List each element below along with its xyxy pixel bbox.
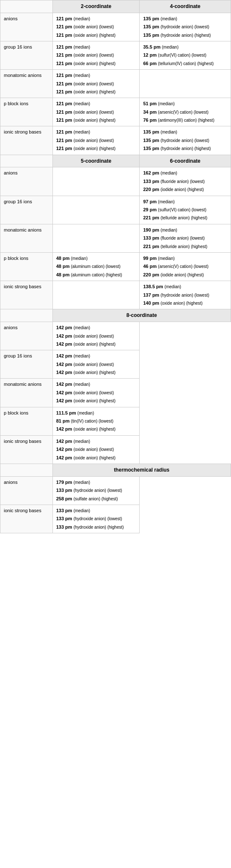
table-row: ionic strong bases 133 pm (median) 133 p…: [0, 505, 231, 533]
pm-value: 135 pm: [143, 33, 159, 38]
table-row: ionic strong bases 138.5 pm (median) 137…: [0, 281, 231, 309]
table-row: anions 162 pm (median) 133 pm (fluoride …: [0, 167, 231, 196]
pm-value: 221 pm: [143, 244, 159, 249]
cell-entry: 138.5 pm (median): [143, 284, 227, 290]
pm-value: 142 pm: [56, 447, 72, 452]
pm-tag: (aluminum cation) (lowest): [71, 264, 121, 269]
pm-tag: (oxide anion) (highest): [74, 370, 116, 375]
table-row: anions 121 pm (median) 121 pm (oxide ani…: [0, 13, 231, 41]
cell-entry: 12 pm (sulfur(VI) cation) (lowest): [143, 52, 227, 58]
pm-tag: (oxide anion) (highest): [74, 118, 116, 123]
cell-entry: 121 pm (oxide anion) (lowest): [56, 24, 136, 30]
row-label: group 16 ions: [0, 350, 53, 379]
col1-cell: [52, 167, 140, 196]
pm-value: 121 pm: [56, 129, 72, 134]
pm-tag: (hydroxide anion) (highest): [160, 146, 211, 151]
pm-value: 121 pm: [56, 89, 72, 94]
coord-header: 8-coordinate: [52, 309, 231, 322]
table-row: p block ions 48 pm (median) 48 pm (alumi…: [0, 252, 231, 281]
pm-value: 142 pm: [56, 325, 72, 330]
pm-tag: (median): [74, 508, 90, 513]
table-row: anions 142 pm (median) 142 pm (oxide ani…: [0, 322, 231, 350]
cell-entry: 99 pm (median): [143, 255, 227, 262]
col1-cell: 121 pm (median) 121 pm (oxide anion) (lo…: [52, 98, 140, 126]
pm-value: 142 pm: [56, 370, 72, 375]
pm-value: 133 pm: [143, 235, 159, 240]
col2-cell: 190 pm (median) 133 pm (fluoride anion) …: [140, 224, 231, 252]
pm-tag: (oxide anion) (highest): [74, 146, 116, 151]
row-label: ionic strong bases: [0, 435, 53, 464]
pm-value: 12 pm: [143, 52, 157, 57]
row-label: monatomic anions: [0, 224, 53, 252]
cell-entry: 142 pm (oxide anion) (highest): [56, 455, 136, 461]
row-label: group 16 ions: [0, 196, 53, 224]
cell-entry: 133 pm (median): [56, 508, 136, 514]
cell-entry: 35.5 pm (median): [143, 44, 227, 50]
col2-cell: 135 pm (median) 135 pm (hydroxide anion)…: [140, 13, 231, 41]
pm-value: 121 pm: [56, 146, 72, 151]
pm-value: 121 pm: [56, 101, 72, 106]
cell-entry: 48 pm (median): [56, 255, 136, 262]
pm-value: 138.5 pm: [143, 284, 163, 289]
col2-cell: 138.5 pm (median) 137 pm (hydroxide anio…: [140, 281, 231, 309]
col1-cell: 121 pm (median) 121 pm (oxide anion) (lo…: [52, 70, 140, 98]
cell-entry: 48 pm (aluminum cation) (lowest): [56, 263, 136, 270]
pm-value: 121 pm: [56, 81, 72, 86]
pm-tag: (median): [158, 101, 174, 106]
cell-entry: 121 pm (oxide anion) (lowest): [56, 81, 136, 87]
pm-value: 66 pm: [143, 61, 157, 66]
pm-value: 48 pm: [56, 272, 70, 277]
pm-value: 76 pm: [143, 117, 157, 123]
pm-value: 135 pm: [143, 24, 159, 29]
pm-value: 142 pm: [56, 390, 72, 395]
pm-value: 142 pm: [56, 382, 72, 387]
pm-tag: (median): [165, 284, 181, 289]
pm-tag: (hydroxide anion) (lowest): [74, 516, 122, 521]
col1-cell: 48 pm (median) 48 pm (aluminum cation) (…: [52, 252, 140, 281]
cell-entry: 46 pm (arsenic(V) cation) (lowest): [143, 263, 227, 270]
pm-value: 133 pm: [56, 508, 72, 513]
header-empty: [0, 309, 53, 322]
pm-tag: (fluoride anion) (lowest): [160, 179, 205, 184]
pm-tag: (hydroxide anion) (highest): [160, 33, 211, 38]
pm-value: 121 pm: [56, 52, 72, 57]
pm-value: 121 pm: [56, 16, 72, 21]
cell-entry: 142 pm (median): [56, 325, 136, 331]
pm-tag: (antimony(III) cation) (highest): [158, 118, 214, 123]
coord-header-2: 6-coordinate: [140, 155, 231, 167]
col2-cell: 51 pm (median) 34 pm (arsenic(V) cation)…: [140, 98, 231, 126]
pm-tag: (median): [158, 199, 174, 204]
cell-entry: 111.5 pm (median): [56, 410, 136, 416]
col1-cell: [52, 281, 140, 309]
pm-value: 258 pm: [56, 496, 72, 501]
cell-entry: 133 pm (fluoride anion) (lowest): [143, 235, 227, 241]
pm-tag: (median): [74, 439, 90, 444]
pm-tag: (median): [71, 256, 88, 261]
cell-entry: 135 pm (hydroxide anion) (lowest): [143, 24, 227, 30]
cell-entry: 221 pm (telluride anion) (highest): [143, 215, 227, 221]
cell-entry: 142 pm (median): [56, 381, 136, 388]
pm-tag: (median): [74, 16, 90, 21]
pm-tag: (arsenic(V) cation) (lowest): [158, 110, 208, 115]
pm-tag: (median): [158, 256, 174, 261]
cell-entry: 121 pm (oxide anion) (highest): [56, 145, 136, 152]
col2-cell: 99 pm (median) 46 pm (arsenic(V) cation)…: [140, 252, 231, 281]
cell-entry: 142 pm (oxide anion) (highest): [56, 398, 136, 404]
header-empty: [0, 0, 53, 13]
pm-tag: (median): [74, 45, 90, 49]
pm-tag: (oxide anion) (lowest): [74, 447, 114, 452]
pm-value: 190 pm: [143, 227, 159, 232]
col2-cell: 35.5 pm (median) 12 pm (sulfur(VI) catio…: [140, 41, 231, 69]
pm-value: 162 pm: [143, 170, 159, 175]
pm-value: 140 pm: [143, 300, 159, 306]
cell-entry: 121 pm (oxide anion) (lowest): [56, 137, 136, 144]
pm-tag: (median): [74, 325, 90, 330]
cell-entry: 121 pm (oxide anion) (lowest): [56, 52, 136, 58]
pm-value: 142 pm: [56, 455, 72, 460]
pm-tag: (median): [74, 354, 90, 358]
row-label: monatomic anions: [0, 379, 53, 407]
section-header-row: 2-coordinate4-coordinate: [0, 0, 231, 13]
cell-entry: 133 pm (hydroxide anion) (lowest): [56, 487, 136, 494]
cell-entry: 142 pm (oxide anion) (lowest): [56, 446, 136, 453]
pm-value: 121 pm: [56, 61, 72, 66]
